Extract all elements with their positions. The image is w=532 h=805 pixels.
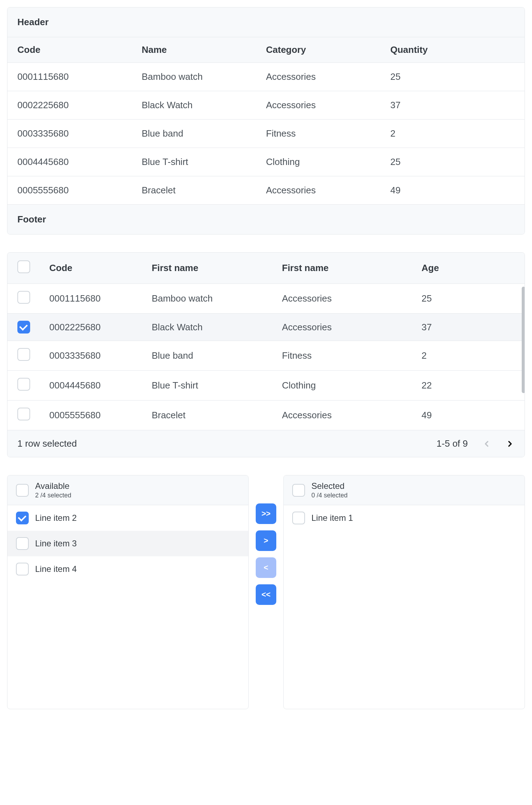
table-row: 0005555680BraceletAccessories49 — [7, 176, 525, 204]
list-item[interactable]: Line item 2 — [7, 505, 248, 531]
scrollbar-thumb[interactable] — [522, 287, 525, 393]
list-item[interactable]: Line item 1 — [284, 505, 525, 531]
col-age: Age — [422, 263, 515, 274]
cell-code: 0005555680 — [17, 185, 142, 196]
available-subtitle: 2 /4 selected — [35, 492, 71, 499]
selected-title: Selected — [311, 481, 348, 491]
cell-quantity: 2 — [390, 128, 515, 139]
cell-code: 0004445680 — [49, 380, 152, 391]
cell-quantity: 25 — [390, 71, 515, 82]
selectable-table: Code First name First name Age 000111568… — [7, 252, 525, 457]
row-checkbox[interactable] — [17, 348, 30, 361]
cell-code: 0001115680 — [17, 71, 142, 82]
col-category: Category — [266, 44, 390, 55]
cell-code: 0003335680 — [49, 350, 152, 361]
table-header: Header — [7, 7, 525, 37]
products-table: Header Code Name Category Quantity 00011… — [7, 7, 525, 235]
table-row: 0004445680Blue T-shirtClothing25 — [7, 148, 525, 176]
cell-category: Fitness — [266, 128, 390, 139]
cell-category: Accessories — [266, 185, 390, 196]
cell-code: 0005555680 — [49, 410, 152, 421]
item-checkbox[interactable] — [16, 512, 29, 524]
move-all-right-button[interactable]: >> — [256, 503, 276, 524]
table-row: 0001115680Bamboo watchAccessories25 — [7, 63, 525, 91]
row-checkbox[interactable] — [17, 321, 30, 333]
list-item[interactable]: Line item 3 — [7, 531, 248, 556]
table-columns: Code First name First name Age — [7, 253, 525, 284]
table-row[interactable]: 0001115680Bamboo watchAccessories25 — [7, 284, 525, 314]
table-row[interactable]: 0002225680Black WatchAccessories37 — [7, 314, 525, 341]
cell-c2: Bracelet — [152, 410, 282, 421]
row-checkbox[interactable] — [17, 378, 30, 391]
transfer-list: Available 2 /4 selected Line item 2Line … — [7, 475, 525, 709]
cell-quantity: 25 — [390, 156, 515, 167]
table-body: 0001115680Bamboo watchAccessories2500022… — [7, 284, 525, 430]
cell-code: 0003335680 — [17, 128, 142, 139]
cell-c2: Black Watch — [152, 322, 282, 333]
cell-category: Clothing — [266, 156, 390, 167]
item-checkbox[interactable] — [16, 563, 29, 575]
prev-page-button[interactable] — [482, 439, 491, 448]
cell-c3: Fitness — [282, 350, 422, 361]
cell-quantity: 37 — [390, 100, 515, 111]
cell-c4: 22 — [422, 380, 515, 391]
next-page-button[interactable] — [505, 439, 515, 448]
list-item[interactable]: Line item 4 — [7, 556, 248, 582]
move-all-left-button[interactable]: << — [256, 584, 276, 605]
cell-c4: 25 — [422, 293, 515, 304]
cell-c2: Blue T-shirt — [152, 380, 282, 391]
item-label: Line item 3 — [35, 539, 77, 548]
col-code: Code — [49, 263, 152, 274]
table-columns: Code Name Category Quantity — [7, 37, 525, 63]
table-row: 0002225680Black WatchAccessories37 — [7, 91, 525, 120]
available-title: Available — [35, 481, 71, 491]
page-range: 1-5 of 9 — [437, 438, 468, 449]
cell-c4: 49 — [422, 410, 515, 421]
item-label: Line item 1 — [311, 513, 353, 523]
col-name: Name — [142, 44, 266, 55]
col-quantity: Quantity — [390, 44, 515, 55]
table-row: 0003335680Blue bandFitness2 — [7, 120, 525, 148]
cell-name: Bamboo watch — [142, 71, 266, 82]
cell-name: Bracelet — [142, 185, 266, 196]
col-code: Code — [17, 44, 142, 55]
selected-select-all-checkbox[interactable] — [292, 484, 305, 497]
cell-name: Blue T-shirt — [142, 156, 266, 167]
cell-name: Blue band — [142, 128, 266, 139]
cell-c3: Accessories — [282, 410, 422, 421]
cell-name: Black Watch — [142, 100, 266, 111]
selected-subtitle: 0 /4 selected — [311, 492, 348, 499]
row-checkbox[interactable] — [17, 408, 30, 420]
col-first-name: First name — [152, 263, 282, 274]
select-all-checkbox[interactable] — [17, 260, 30, 273]
table-pagination: 1 row selected 1-5 of 9 — [7, 430, 525, 457]
table-row[interactable]: 0003335680Blue bandFitness2 — [7, 341, 525, 371]
move-left-button[interactable]: < — [256, 557, 276, 578]
selected-list: Selected 0 /4 selected Line item 1 — [283, 475, 525, 709]
cell-category: Accessories — [266, 71, 390, 82]
selection-status: 1 row selected — [17, 438, 77, 449]
item-label: Line item 2 — [35, 513, 77, 523]
item-label: Line item 4 — [35, 564, 77, 574]
item-checkbox[interactable] — [16, 537, 29, 550]
table-row[interactable]: 0004445680Blue T-shirtClothing22 — [7, 371, 525, 401]
table-row[interactable]: 0005555680BraceletAccessories49 — [7, 401, 525, 430]
cell-c4: 37 — [422, 322, 515, 333]
move-right-button[interactable]: > — [256, 530, 276, 551]
cell-c3: Accessories — [282, 322, 422, 333]
cell-c4: 2 — [422, 350, 515, 361]
cell-c3: Accessories — [282, 293, 422, 304]
cell-category: Accessories — [266, 100, 390, 111]
cell-c2: Blue band — [152, 350, 282, 361]
row-checkbox[interactable] — [17, 291, 30, 304]
item-checkbox[interactable] — [292, 512, 305, 524]
cell-code: 0001115680 — [49, 293, 152, 304]
cell-c3: Clothing — [282, 380, 422, 391]
available-list: Available 2 /4 selected Line item 2Line … — [7, 475, 249, 709]
available-select-all-checkbox[interactable] — [16, 484, 29, 497]
cell-quantity: 49 — [390, 185, 515, 196]
col-first-name-2: First name — [282, 263, 422, 274]
cell-c2: Bamboo watch — [152, 293, 282, 304]
table-footer: Footer — [7, 204, 525, 234]
cell-code: 0002225680 — [17, 100, 142, 111]
